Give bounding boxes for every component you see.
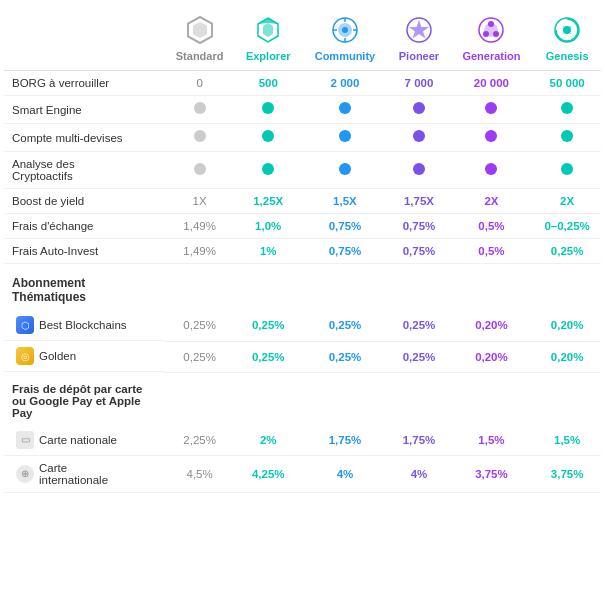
- value-cell: 1,75X: [388, 189, 449, 214]
- value-cell: 20 000: [450, 71, 534, 96]
- teal-dot: [262, 102, 274, 114]
- value-cell: 0,25%: [235, 310, 302, 341]
- value-cell: 0,25%: [302, 310, 389, 341]
- violet-dot: [485, 163, 497, 175]
- row-label: BORG à verrouiller: [4, 71, 164, 96]
- table-row: AbonnementThématiques: [4, 264, 601, 311]
- int-icon: ⊕: [16, 465, 34, 483]
- dot-cell: [533, 152, 601, 189]
- section-header-label: AbonnementThématiques: [4, 264, 601, 311]
- label-col-header: [4, 8, 164, 71]
- table-body: BORG à verrouiller05002 0007 00020 00050…: [4, 71, 601, 493]
- blue-dot: [339, 102, 351, 114]
- value-cell: 0,25%: [164, 310, 235, 341]
- value-cell: 2X: [533, 189, 601, 214]
- value-cell: 0,5%: [450, 214, 534, 239]
- row-label: Analyse desCryptoactifs: [4, 152, 164, 189]
- value-cell: 0,20%: [533, 310, 601, 341]
- dot-cell: [533, 124, 601, 152]
- row-label: Smart Engine: [4, 96, 164, 124]
- value-cell: 1X: [164, 189, 235, 214]
- row-label: Frais Auto-Invest: [4, 239, 164, 264]
- explorer-label: Explorer: [246, 50, 291, 62]
- genesis-header: Genesis: [533, 8, 601, 71]
- table-row: BORG à verrouiller05002 0007 00020 00050…: [4, 71, 601, 96]
- table-row: ▭Carte nationale2,25%2%1,75%1,75%1,5%1,5…: [4, 425, 601, 456]
- row-label: ⬡Best Blockchains: [4, 310, 164, 341]
- value-cell: 0,75%: [388, 214, 449, 239]
- value-cell: 1,25X: [235, 189, 302, 214]
- value-cell: 7 000: [388, 71, 449, 96]
- dot-cell: [388, 124, 449, 152]
- tier-comparison-table: Standard Explorer: [4, 8, 601, 493]
- dot-cell: [164, 96, 235, 124]
- table-row: ◎Golden0,25%0,25%0,25%0,25%0,20%0,20%: [4, 341, 601, 372]
- violet-dot: [485, 102, 497, 114]
- genesis-label: Genesis: [546, 50, 589, 62]
- value-cell: 1,5X: [302, 189, 389, 214]
- value-cell: 1,49%: [164, 214, 235, 239]
- dot-cell: [164, 124, 235, 152]
- community-icon: [306, 14, 385, 46]
- value-cell: 0: [164, 71, 235, 96]
- table-row: Frais de dépôt par carteou Google Pay et…: [4, 372, 601, 425]
- generation-icon: [454, 14, 530, 46]
- standard-label: Standard: [176, 50, 224, 62]
- generation-label: Generation: [462, 50, 520, 62]
- row-label: Boost de yield: [4, 189, 164, 214]
- value-cell: 0,75%: [302, 239, 389, 264]
- svg-point-7: [493, 31, 499, 37]
- dot-cell: [235, 96, 302, 124]
- value-cell: 3,75%: [533, 456, 601, 493]
- value-cell: 1,49%: [164, 239, 235, 264]
- dot-cell: [533, 96, 601, 124]
- value-cell: 0,25%: [388, 310, 449, 341]
- value-cell: 1,75%: [388, 425, 449, 456]
- value-cell: 0,25%: [164, 341, 235, 372]
- row-label: Compte multi-devises: [4, 124, 164, 152]
- table-row: ⬡Best Blockchains0,25%0,25%0,25%0,25%0,2…: [4, 310, 601, 341]
- pioneer-icon: [392, 14, 445, 46]
- row-label: ⊕Carteinternationale: [4, 456, 164, 493]
- grey-dot: [194, 130, 206, 142]
- table-row: Analyse desCryptoactifs: [4, 152, 601, 189]
- green-dot: [561, 130, 573, 142]
- value-cell: 4%: [302, 456, 389, 493]
- row-label: ◎Golden: [4, 341, 164, 372]
- value-cell: 4,5%: [164, 456, 235, 493]
- standard-icon: [168, 14, 231, 46]
- grey-dot: [194, 163, 206, 175]
- gold-icon: ◎: [16, 347, 34, 365]
- dot-cell: [450, 96, 534, 124]
- dot-cell: [450, 124, 534, 152]
- value-cell: 3,75%: [450, 456, 534, 493]
- value-cell: 1,0%: [235, 214, 302, 239]
- svg-point-6: [488, 21, 494, 27]
- genesis-icon: [537, 14, 597, 46]
- value-cell: 0,20%: [533, 341, 601, 372]
- green-dot: [561, 163, 573, 175]
- table-row: Compte multi-devises: [4, 124, 601, 152]
- row-label: ▭Carte nationale: [4, 425, 164, 456]
- nat-icon: ▭: [16, 431, 34, 449]
- value-cell: 0,25%: [235, 341, 302, 372]
- dot-cell: [302, 124, 389, 152]
- value-cell: 500: [235, 71, 302, 96]
- value-cell: 4,25%: [235, 456, 302, 493]
- dot-cell: [164, 152, 235, 189]
- value-cell: 0,25%: [388, 341, 449, 372]
- purple-dot: [413, 163, 425, 175]
- dot-cell: [235, 124, 302, 152]
- teal-dot: [262, 163, 274, 175]
- table-row: Smart Engine: [4, 96, 601, 124]
- svg-point-8: [483, 31, 489, 37]
- table-row: Frais Auto-Invest1,49%1%0,75%0,75%0,5%0,…: [4, 239, 601, 264]
- standard-header: Standard: [164, 8, 235, 71]
- value-cell: 0,75%: [302, 214, 389, 239]
- value-cell: 0,5%: [450, 239, 534, 264]
- dot-cell: [302, 152, 389, 189]
- table-row: Boost de yield1X1,25X1,5X1,75X2X2X: [4, 189, 601, 214]
- community-header: Community: [302, 8, 389, 71]
- violet-dot: [485, 130, 497, 142]
- header-row: Standard Explorer: [4, 8, 601, 71]
